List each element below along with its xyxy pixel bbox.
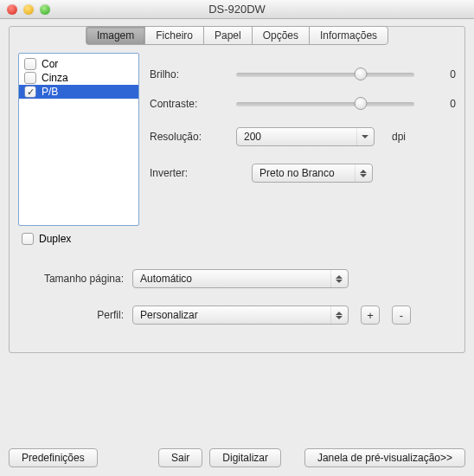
page-size-label: Tamanho página: <box>29 273 124 285</box>
list-item-label: Cinza <box>42 72 68 84</box>
resolution-label: Resolução: <box>150 131 227 143</box>
duplex-checkbox[interactable] <box>22 233 34 245</box>
profile-value: Personalizar <box>140 309 198 321</box>
tab-opcoes[interactable]: Opções <box>252 26 309 45</box>
resolution-unit: dpi <box>392 131 406 143</box>
scan-button[interactable]: Digitalizar <box>209 448 281 467</box>
titlebar: DS-920DW <box>0 0 474 19</box>
preview-window-button[interactable]: Janela de pré-visualização>> <box>304 448 465 467</box>
slider-thumb-icon[interactable] <box>355 68 368 80</box>
brightness-slider[interactable] <box>236 73 414 77</box>
contrast-slider[interactable] <box>236 102 414 106</box>
brightness-label: Brilho: <box>150 68 227 80</box>
tab-ficheiro[interactable]: Ficheiro <box>144 26 203 45</box>
contrast-label: Contraste: <box>150 98 227 110</box>
invert-combo[interactable]: Preto no Branco <box>252 164 373 183</box>
profile-add-button[interactable]: + <box>361 306 380 325</box>
invert-value: Preto no Branco <box>259 167 335 179</box>
list-item[interactable]: Cinza <box>19 71 138 85</box>
brightness-value: 0 <box>430 68 456 80</box>
slider-thumb-icon[interactable] <box>355 97 368 110</box>
profile-combo[interactable]: Personalizar <box>132 306 349 325</box>
tabs: Imagem Ficheiro Papel Opções Informações <box>10 26 464 45</box>
tab-papel[interactable]: Papel <box>203 26 252 45</box>
checkbox-icon[interactable] <box>24 58 36 70</box>
list-item[interactable]: Cor <box>19 57 138 71</box>
tab-imagem[interactable]: Imagem <box>86 26 144 45</box>
contrast-value: 0 <box>430 98 456 110</box>
close-icon[interactable] <box>7 4 17 15</box>
exit-button[interactable]: Sair <box>158 448 202 467</box>
updown-icon <box>355 164 370 182</box>
list-item-label: P/B <box>42 86 58 98</box>
list-item[interactable]: P/B <box>19 85 138 99</box>
page-size-value: Automático <box>140 273 192 285</box>
chevron-down-icon <box>356 128 372 145</box>
presets-button[interactable]: Predefinições <box>9 448 98 467</box>
updown-icon <box>330 270 346 287</box>
image-mode-list[interactable]: Cor Cinza P/B <box>18 53 139 226</box>
duplex-label: Duplex <box>39 233 71 245</box>
checkbox-icon[interactable] <box>24 72 36 84</box>
list-item-label: Cor <box>42 58 58 70</box>
profile-remove-button[interactable]: - <box>392 306 411 325</box>
profile-label: Perfil: <box>29 309 124 321</box>
zoom-icon[interactable] <box>40 4 50 15</box>
updown-icon <box>330 306 346 324</box>
page-size-combo[interactable]: Automático <box>132 269 349 288</box>
minimize-icon[interactable] <box>23 4 34 15</box>
resolution-combo[interactable]: 200 <box>236 127 375 146</box>
tab-informacoes[interactable]: Informações <box>309 26 388 45</box>
window-title: DS-920DW <box>0 3 474 16</box>
resolution-value: 200 <box>244 131 261 143</box>
checkbox-icon[interactable] <box>24 86 36 98</box>
invert-label: Inverter: <box>150 167 227 179</box>
